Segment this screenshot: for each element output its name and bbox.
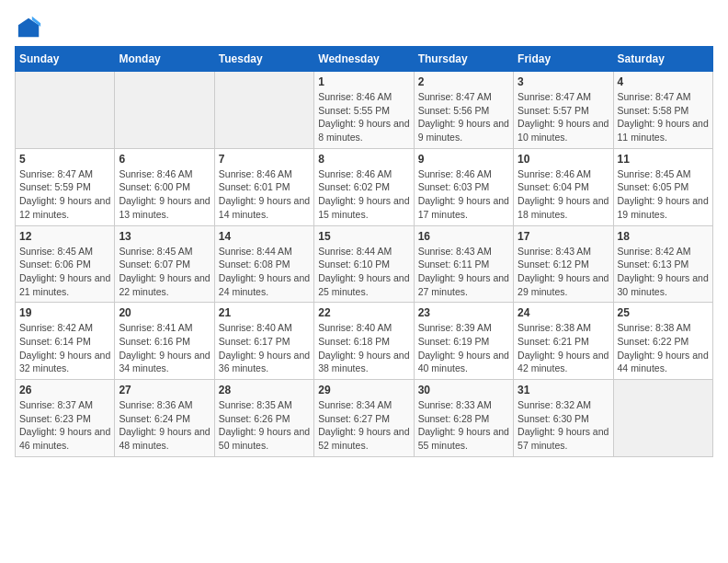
weekday-header: Wednesday (314, 47, 414, 72)
day-info: Sunrise: 8:43 AM Sunset: 6:11 PM Dayligh… (418, 245, 509, 299)
day-info: Sunrise: 8:36 AM Sunset: 6:24 PM Dayligh… (119, 398, 210, 453)
day-number: 8 (318, 153, 409, 166)
calendar-cell: 11Sunrise: 8:45 AM Sunset: 6:05 PM Dayli… (613, 148, 712, 225)
day-info: Sunrise: 8:38 AM Sunset: 6:22 PM Dayligh… (618, 321, 709, 375)
day-info: Sunrise: 8:34 AM Sunset: 6:27 PM Dayligh… (318, 398, 409, 453)
calendar-cell: 10Sunrise: 8:46 AM Sunset: 6:04 PM Dayli… (514, 148, 613, 225)
calendar-cell: 24Sunrise: 8:38 AM Sunset: 6:21 PM Dayli… (514, 303, 613, 380)
calendar-week-row: 12Sunrise: 8:45 AM Sunset: 6:06 PM Dayli… (16, 225, 713, 303)
day-number: 14 (219, 230, 310, 243)
day-number: 29 (318, 384, 409, 396)
calendar-cell: 17Sunrise: 8:43 AM Sunset: 6:12 PM Dayli… (514, 225, 613, 303)
calendar-cell: 12Sunrise: 8:45 AM Sunset: 6:06 PM Dayli… (16, 225, 115, 303)
day-number: 12 (19, 230, 110, 243)
calendar-cell: 18Sunrise: 8:42 AM Sunset: 6:13 PM Dayli… (613, 225, 712, 303)
day-info: Sunrise: 8:44 AM Sunset: 6:10 PM Dayligh… (318, 245, 409, 299)
day-number: 22 (318, 306, 409, 319)
day-number: 28 (219, 384, 310, 396)
calendar-cell: 14Sunrise: 8:44 AM Sunset: 6:08 PM Dayli… (214, 225, 313, 303)
day-info: Sunrise: 8:46 AM Sunset: 5:55 PM Dayligh… (318, 90, 409, 144)
calendar-table: SundayMondayTuesdayWednesdayThursdayFrid… (15, 46, 713, 457)
day-number: 2 (418, 75, 509, 88)
calendar-cell: 21Sunrise: 8:40 AM Sunset: 6:17 PM Dayli… (214, 303, 313, 380)
day-number: 15 (318, 230, 409, 243)
weekday-header: Tuesday (214, 47, 313, 72)
calendar-week-row: 1Sunrise: 8:46 AM Sunset: 5:55 PM Daylig… (16, 72, 713, 149)
calendar-cell: 5Sunrise: 8:47 AM Sunset: 5:59 PM Daylig… (16, 148, 115, 225)
calendar-cell: 25Sunrise: 8:38 AM Sunset: 6:22 PM Dayli… (613, 303, 712, 380)
calendar-cell: 31Sunrise: 8:32 AM Sunset: 6:30 PM Dayli… (514, 380, 613, 457)
day-number: 1 (318, 75, 409, 88)
calendar-cell: 23Sunrise: 8:39 AM Sunset: 6:19 PM Dayli… (414, 303, 513, 380)
day-info: Sunrise: 8:40 AM Sunset: 6:17 PM Dayligh… (219, 321, 310, 375)
calendar-cell: 19Sunrise: 8:42 AM Sunset: 6:14 PM Dayli… (16, 303, 115, 380)
calendar-cell: 16Sunrise: 8:43 AM Sunset: 6:11 PM Dayli… (414, 225, 513, 303)
day-info: Sunrise: 8:46 AM Sunset: 6:04 PM Dayligh… (518, 167, 609, 222)
day-number: 19 (19, 306, 110, 319)
day-number: 18 (618, 230, 709, 243)
day-info: Sunrise: 8:47 AM Sunset: 5:56 PM Dayligh… (418, 90, 509, 144)
calendar-body: 1Sunrise: 8:46 AM Sunset: 5:55 PM Daylig… (16, 72, 713, 457)
day-info: Sunrise: 8:41 AM Sunset: 6:16 PM Dayligh… (119, 321, 210, 375)
day-number: 21 (219, 306, 310, 319)
weekday-header: Friday (514, 47, 613, 72)
day-info: Sunrise: 8:45 AM Sunset: 6:05 PM Dayligh… (618, 167, 709, 222)
calendar-cell: 4Sunrise: 8:47 AM Sunset: 5:58 PM Daylig… (613, 72, 712, 149)
day-info: Sunrise: 8:47 AM Sunset: 5:57 PM Dayligh… (518, 90, 609, 144)
calendar-cell (214, 72, 313, 149)
day-number: 20 (119, 306, 210, 319)
day-info: Sunrise: 8:46 AM Sunset: 6:00 PM Dayligh… (119, 167, 210, 222)
day-number: 3 (518, 75, 609, 88)
day-info: Sunrise: 8:42 AM Sunset: 6:14 PM Dayligh… (19, 321, 110, 375)
day-number: 6 (119, 153, 210, 166)
day-number: 7 (219, 153, 310, 166)
weekday-header: Thursday (414, 47, 513, 72)
calendar-cell: 20Sunrise: 8:41 AM Sunset: 6:16 PM Dayli… (115, 303, 214, 380)
weekday-header: Sunday (16, 47, 115, 72)
day-info: Sunrise: 8:46 AM Sunset: 6:02 PM Dayligh… (318, 167, 409, 222)
day-info: Sunrise: 8:38 AM Sunset: 6:21 PM Dayligh… (518, 321, 609, 375)
weekday-row: SundayMondayTuesdayWednesdayThursdayFrid… (16, 47, 713, 72)
calendar-week-row: 26Sunrise: 8:37 AM Sunset: 6:23 PM Dayli… (16, 380, 713, 457)
day-info: Sunrise: 8:35 AM Sunset: 6:26 PM Dayligh… (219, 398, 310, 453)
calendar-week-row: 19Sunrise: 8:42 AM Sunset: 6:14 PM Dayli… (16, 303, 713, 380)
calendar-cell: 26Sunrise: 8:37 AM Sunset: 6:23 PM Dayli… (16, 380, 115, 457)
day-number: 11 (618, 153, 709, 166)
logo (15, 15, 42, 37)
day-info: Sunrise: 8:37 AM Sunset: 6:23 PM Dayligh… (19, 398, 110, 453)
calendar-cell: 7Sunrise: 8:46 AM Sunset: 6:01 PM Daylig… (214, 148, 313, 225)
logo-icon (17, 15, 42, 40)
day-info: Sunrise: 8:46 AM Sunset: 6:03 PM Dayligh… (418, 167, 509, 222)
calendar-week-row: 5Sunrise: 8:47 AM Sunset: 5:59 PM Daylig… (16, 148, 713, 225)
calendar-cell (16, 72, 115, 149)
day-number: 27 (119, 384, 210, 396)
day-number: 26 (19, 384, 110, 396)
calendar-cell: 8Sunrise: 8:46 AM Sunset: 6:02 PM Daylig… (314, 148, 414, 225)
day-info: Sunrise: 8:47 AM Sunset: 5:58 PM Dayligh… (618, 90, 709, 144)
day-info: Sunrise: 8:47 AM Sunset: 5:59 PM Dayligh… (19, 167, 110, 222)
day-info: Sunrise: 8:45 AM Sunset: 6:06 PM Dayligh… (19, 245, 110, 299)
day-number: 24 (518, 306, 609, 319)
page-header (15, 15, 713, 37)
calendar-cell: 30Sunrise: 8:33 AM Sunset: 6:28 PM Dayli… (414, 380, 513, 457)
day-info: Sunrise: 8:32 AM Sunset: 6:30 PM Dayligh… (518, 398, 609, 453)
day-number: 25 (618, 306, 709, 319)
day-info: Sunrise: 8:42 AM Sunset: 6:13 PM Dayligh… (618, 245, 709, 299)
calendar-header: SundayMondayTuesdayWednesdayThursdayFrid… (16, 47, 713, 72)
day-number: 10 (518, 153, 609, 166)
day-info: Sunrise: 8:46 AM Sunset: 6:01 PM Dayligh… (219, 167, 310, 222)
day-number: 17 (518, 230, 609, 243)
calendar-cell (613, 380, 712, 457)
day-number: 5 (19, 153, 110, 166)
day-number: 9 (418, 153, 509, 166)
day-info: Sunrise: 8:39 AM Sunset: 6:19 PM Dayligh… (418, 321, 509, 375)
calendar-cell: 15Sunrise: 8:44 AM Sunset: 6:10 PM Dayli… (314, 225, 414, 303)
calendar-cell: 9Sunrise: 8:46 AM Sunset: 6:03 PM Daylig… (414, 148, 513, 225)
calendar-cell: 13Sunrise: 8:45 AM Sunset: 6:07 PM Dayli… (115, 225, 214, 303)
day-number: 16 (418, 230, 509, 243)
calendar-cell: 27Sunrise: 8:36 AM Sunset: 6:24 PM Dayli… (115, 380, 214, 457)
calendar-cell: 28Sunrise: 8:35 AM Sunset: 6:26 PM Dayli… (214, 380, 313, 457)
day-info: Sunrise: 8:33 AM Sunset: 6:28 PM Dayligh… (418, 398, 509, 453)
weekday-header: Saturday (613, 47, 712, 72)
weekday-header: Monday (115, 47, 214, 72)
